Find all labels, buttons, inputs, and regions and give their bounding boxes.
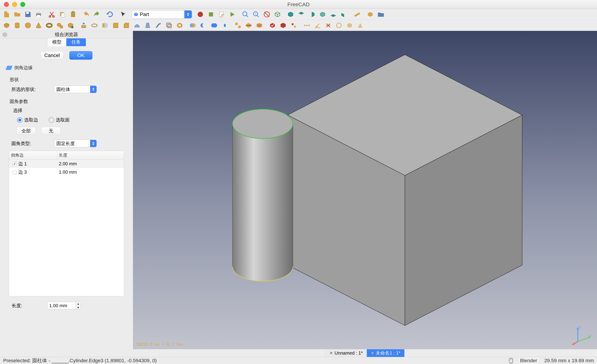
measure-linear-button[interactable]: [302, 21, 312, 30]
fillet-button[interactable]: [111, 21, 120, 30]
edges-col-edge[interactable]: 倒角边: [9, 151, 57, 159]
cross-sections-button[interactable]: [254, 21, 264, 30]
section-button[interactable]: [244, 21, 253, 30]
view-right-button[interactable]: [307, 10, 317, 19]
zoom-window-button[interactable]: [20, 2, 25, 7]
measure-angular-button[interactable]: [313, 21, 322, 30]
select-all-button[interactable]: 全部: [16, 127, 36, 135]
ruled-surface-button[interactable]: [132, 21, 142, 30]
radio-select-face[interactable]: 选取面: [49, 117, 70, 123]
offset-button[interactable]: [164, 21, 174, 30]
redo-button[interactable]: [92, 10, 102, 19]
view-left-button[interactable]: [339, 10, 349, 19]
attach-button[interactable]: [289, 21, 298, 30]
svg-point-42: [232, 109, 293, 138]
fillet-type-select[interactable]: 固定长度: [54, 140, 97, 147]
task-section-header[interactable]: 倒角边缘: [6, 65, 126, 71]
close-tab-icon[interactable]: ✕: [330, 351, 333, 356]
edges-col-length[interactable]: 长度: [57, 151, 124, 159]
table-row[interactable]: 边 3 1.00 mm: [9, 168, 124, 176]
tab-tasks[interactable]: 任务: [66, 38, 86, 46]
view-front-button[interactable]: [286, 10, 295, 19]
cylinder-primitive-button[interactable]: [12, 21, 22, 30]
shapebuilder-button[interactable]: [66, 21, 75, 30]
row-checkbox[interactable]: [13, 170, 16, 174]
check-geometry-button[interactable]: [268, 21, 277, 30]
svg-point-22: [71, 26, 73, 28]
panel-close-icon[interactable]: [2, 32, 7, 37]
measure-toggle-delta-button[interactable]: [355, 21, 365, 30]
minimize-window-button[interactable]: [12, 2, 17, 7]
view-iso-button[interactable]: [273, 10, 282, 19]
radio-select-edge[interactable]: 选取边: [17, 117, 38, 123]
measure-toggle-button[interactable]: [334, 21, 344, 30]
compound-button[interactable]: [233, 21, 243, 30]
save-button[interactable]: [23, 10, 33, 19]
undo-button[interactable]: [81, 10, 91, 19]
loft-button[interactable]: [143, 21, 152, 30]
chamfer-button[interactable]: [122, 21, 131, 30]
measure-clear-button[interactable]: [323, 21, 333, 30]
navigation-style[interactable]: Blender: [518, 357, 539, 364]
cube-primitive-button[interactable]: [2, 21, 11, 30]
draw-style-button[interactable]: [262, 10, 272, 19]
measure-toggle-3d-button[interactable]: [345, 21, 354, 30]
fillet-type-value: 固定长度: [56, 140, 75, 147]
length-input[interactable]: [47, 302, 76, 309]
cancel-button[interactable]: Cancel: [40, 51, 64, 60]
spin-down-button[interactable]: ▼: [76, 306, 81, 309]
cut-button[interactable]: [47, 10, 56, 19]
group-button[interactable]: [376, 10, 386, 19]
pointer-button[interactable]: [118, 10, 128, 19]
fit-all-button[interactable]: [241, 10, 250, 19]
open-file-button[interactable]: [12, 10, 22, 19]
document-tab[interactable]: ✕ Unnamed : 1*: [325, 349, 367, 357]
close-tab-icon[interactable]: ✕: [371, 351, 374, 356]
close-window-button[interactable]: [4, 2, 9, 7]
torus-primitive-button[interactable]: [44, 21, 54, 30]
sweep-button[interactable]: [154, 21, 163, 30]
primitives-button[interactable]: [55, 21, 65, 30]
panel-title: 组合浏览器: [55, 31, 78, 38]
new-file-button[interactable]: [2, 10, 11, 19]
thickness-button[interactable]: [175, 21, 184, 30]
sphere-primitive-button[interactable]: [23, 21, 33, 30]
copy-button[interactable]: [58, 10, 67, 19]
revolve-button[interactable]: [90, 21, 99, 30]
part-button[interactable]: [365, 10, 375, 19]
intersect-bool-button[interactable]: [220, 21, 230, 30]
mouse-icon: [509, 358, 513, 363]
3d-viewport[interactable]: 18255.5 ms / 0.1 fps z y: [133, 31, 597, 349]
select-none-button[interactable]: 无: [41, 127, 61, 135]
ok-button[interactable]: OK: [69, 51, 92, 60]
workbench-selector[interactable]: Part: [132, 10, 192, 18]
cone-primitive-button[interactable]: [34, 21, 43, 30]
macro-record-button[interactable]: [196, 10, 205, 19]
macro-play-button[interactable]: [228, 10, 237, 19]
length-spinbox[interactable]: ▲▼: [47, 302, 81, 310]
tab-model[interactable]: 模型: [47, 38, 67, 46]
macro-stop-button[interactable]: [206, 10, 216, 19]
boolean-button[interactable]: [188, 21, 198, 30]
macro-edit-button[interactable]: [217, 10, 227, 19]
print-button[interactable]: [34, 10, 43, 19]
measure-button[interactable]: [352, 10, 362, 19]
view-rear-button[interactable]: [318, 10, 327, 19]
fit-selection-button[interactable]: +: [251, 10, 261, 19]
selected-shape-select[interactable]: 圆柱体: [54, 86, 97, 93]
paste-button[interactable]: [68, 10, 78, 19]
mirror-button[interactable]: [100, 21, 110, 30]
cut-bool-button[interactable]: [199, 21, 208, 30]
axis-indicator[interactable]: z y: [571, 324, 593, 345]
refresh-button[interactable]: [105, 10, 115, 19]
view-top-button[interactable]: [297, 10, 306, 19]
row-checkbox[interactable]: [13, 162, 16, 166]
extrude-button[interactable]: [79, 21, 88, 30]
view-bottom-button[interactable]: [329, 10, 338, 19]
task-section-title: 倒角边缘: [14, 65, 33, 71]
table-row[interactable]: 边 1 2.00 mm: [9, 160, 124, 168]
document-tab[interactable]: ✕ 未命名1 : 1*: [367, 349, 405, 357]
spin-up-button[interactable]: ▲: [76, 302, 81, 306]
union-bool-button[interactable]: [209, 21, 219, 30]
defeaturing-button[interactable]: [278, 21, 288, 30]
